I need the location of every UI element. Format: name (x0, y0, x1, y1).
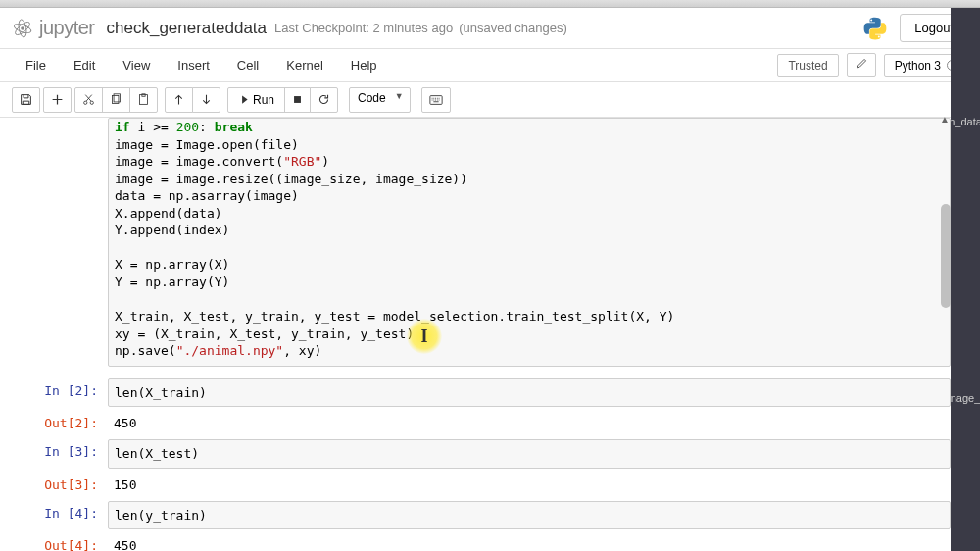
in-prompt: In [3]: (20, 439, 108, 469)
stop-icon (292, 94, 303, 105)
out-prompt: Out[2]: (20, 411, 108, 435)
arrow-up-icon (172, 93, 185, 106)
move-up-button[interactable] (165, 87, 193, 113)
right-side-panel: n_data nage_ (951, 8, 980, 551)
paste-button[interactable] (129, 87, 158, 113)
svg-point-4 (870, 19, 872, 21)
svg-point-5 (878, 35, 880, 37)
menu-view[interactable]: View (109, 52, 164, 78)
restart-button[interactable] (310, 87, 338, 113)
save-button[interactable] (12, 87, 40, 113)
cell-type-value: Code (358, 91, 386, 105)
menu-file[interactable]: File (12, 52, 60, 78)
cell-type-select[interactable]: Code (349, 87, 411, 113)
menu-help[interactable]: Help (337, 52, 391, 78)
cut-icon (82, 93, 95, 106)
run-label: Run (253, 93, 274, 107)
svg-rect-12 (294, 96, 301, 103)
notebook-area[interactable]: if i >= 200: break image = Image.open(fi… (0, 118, 980, 551)
run-icon (238, 94, 249, 105)
edit-metadata-button[interactable] (847, 53, 876, 77)
plus-icon (51, 93, 64, 106)
browser-top-strip (0, 0, 980, 8)
run-button[interactable]: Run (227, 87, 285, 113)
svg-point-7 (90, 101, 93, 104)
scrollbar-thumb[interactable] (941, 204, 951, 308)
side-label-1: n_data (949, 116, 980, 127)
save-icon (20, 93, 32, 106)
menu-cell[interactable]: Cell (223, 52, 272, 78)
output-row: Out[2]: 450 (20, 411, 951, 435)
menu-edit[interactable]: Edit (60, 52, 109, 78)
in-prompt: In [2]: (20, 378, 108, 408)
jupyter-logo-text: jupyter (39, 17, 95, 39)
python-icon (862, 16, 888, 41)
move-down-button[interactable] (192, 87, 220, 113)
cell-output: 150 (108, 473, 951, 497)
in-prompt: In [4]: (20, 501, 108, 530)
code-cell-top[interactable]: if i >= 200: break image = Image.open(fi… (108, 118, 951, 367)
jupyter-logo[interactable]: jupyter (12, 17, 95, 39)
cell-input[interactable]: len(X_test) (108, 439, 951, 469)
output-row: Out[3]: 150 (20, 473, 951, 497)
copy-icon (110, 93, 122, 106)
cell-output: 450 (108, 411, 951, 435)
toolbar: Run Code (0, 82, 980, 118)
notebook-header: jupyter check_generateddata Last Checkpo… (0, 8, 980, 49)
menu-insert[interactable]: Insert (164, 52, 223, 78)
side-label-2: nage_ (951, 392, 980, 404)
cell-input[interactable]: len(X_train) (108, 378, 951, 408)
keyboard-icon (429, 94, 443, 106)
menubar: File Edit View Insert Cell Kernel Help T… (0, 49, 980, 82)
svg-point-0 (21, 26, 24, 30)
arrow-down-icon (200, 93, 213, 106)
restart-icon (318, 93, 330, 106)
code-cell[interactable]: In [3]: len(X_test) (20, 439, 951, 469)
out-prompt: Out[3]: (20, 473, 108, 497)
code-cell[interactable]: In [2]: len(X_train) (20, 378, 951, 408)
menu-kernel[interactable]: Kernel (272, 52, 337, 78)
notebook-title[interactable]: check_generateddata (107, 19, 268, 38)
command-palette-button[interactable] (421, 87, 451, 113)
pencil-icon (856, 58, 867, 70)
out-prompt: Out[4]: (20, 533, 108, 551)
kernel-name: Python 3 (895, 59, 941, 73)
output-row: Out[4]: 450 (20, 533, 951, 551)
svg-point-6 (84, 101, 87, 104)
checkpoint-label: Last Checkpoint: 2 minutes ago (274, 21, 453, 35)
jupyter-planet-icon (12, 18, 33, 39)
cut-button[interactable] (74, 87, 103, 113)
copy-button[interactable] (102, 87, 130, 113)
paste-icon (137, 93, 150, 106)
add-cell-button[interactable] (43, 87, 72, 113)
cell-output: 450 (108, 533, 951, 551)
code-cell[interactable]: In [4]: len(y_train) (20, 501, 951, 530)
cell-input[interactable]: len(y_train) (108, 501, 951, 530)
unsaved-label: (unsaved changes) (459, 21, 567, 35)
trusted-indicator[interactable]: Trusted (777, 54, 838, 77)
interrupt-button[interactable] (284, 87, 311, 113)
